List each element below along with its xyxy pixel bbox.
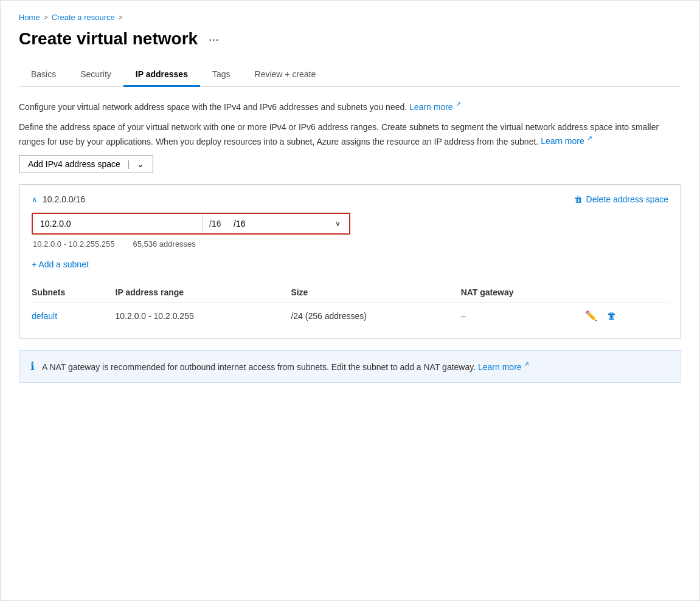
- col-header-subnets: Subnets: [32, 283, 116, 303]
- delete-address-space-button[interactable]: 🗑 Delete address space: [574, 194, 668, 204]
- ip-input-row: /16 /8 /9 /10 /11 /12 /13 /14 /15 /16 /1…: [32, 213, 350, 235]
- breadcrumb-sep1: >: [44, 13, 48, 22]
- breadcrumb-create-resource[interactable]: Create a resource: [52, 13, 115, 22]
- address-space-header: ∧ 10.2.0.0/16 🗑 Delete address space: [32, 194, 668, 204]
- cidr-dropdown-wrapper: /8 /9 /10 /11 /12 /13 /14 /15 /16 /17 /1…: [227, 214, 349, 233]
- learn-more-link-1[interactable]: Learn more ↗: [409, 102, 460, 112]
- external-link-icon-banner: ↗: [524, 360, 529, 368]
- subnet-ip-range-cell: 10.2.0.0 - 10.2.0.255: [116, 303, 291, 329]
- info-banner: ℹ A NAT gateway is recommended for outbo…: [19, 350, 681, 383]
- action-icons: ✏️ 🗑: [584, 309, 661, 323]
- tabs-container: Basics Security IP addresses Tags Review…: [19, 63, 681, 87]
- delete-subnet-button[interactable]: 🗑: [606, 309, 618, 323]
- page-title-row: Create virtual network ···: [19, 29, 681, 49]
- address-range-info: 10.2.0.0 - 10.2.255.255 65,536 addresses: [32, 239, 668, 249]
- learn-more-link-2[interactable]: Learn more ↗: [541, 136, 592, 146]
- info-icon: ℹ: [30, 360, 35, 373]
- tab-ip-addresses[interactable]: IP addresses: [123, 63, 200, 87]
- tab-tags[interactable]: Tags: [200, 63, 243, 87]
- breadcrumb-sep2: >: [119, 13, 123, 22]
- col-header-size: Size: [291, 283, 460, 303]
- collapse-icon[interactable]: ∧: [32, 195, 38, 204]
- learn-more-link-banner[interactable]: Learn more ↗: [478, 362, 529, 372]
- address-space-title-row: ∧ 10.2.0.0/16: [32, 194, 85, 204]
- add-ipv4-button[interactable]: Add IPv4 address space | ⌄: [19, 155, 153, 173]
- subnet-actions-cell: ✏️ 🗑: [584, 303, 668, 329]
- address-range-text: 10.2.0.0 - 10.2.255.255: [33, 239, 114, 249]
- breadcrumb-home[interactable]: Home: [19, 13, 40, 22]
- description-1: Configure your virtual network address s…: [19, 99, 681, 114]
- external-link-icon-2: ↗: [587, 135, 592, 142]
- description-2: Define the address space of your virtual…: [19, 121, 681, 148]
- cidr-prefix: /16: [203, 214, 227, 233]
- info-banner-text: A NAT gateway is recommended for outboun…: [42, 359, 529, 374]
- external-link-icon-1: ↗: [456, 100, 461, 108]
- edit-subnet-button[interactable]: ✏️: [584, 309, 598, 323]
- chevron-down-icon: ⌄: [137, 159, 144, 169]
- page-wrapper: Home > Create a resource > Create virtua…: [0, 0, 700, 601]
- ellipsis-button[interactable]: ···: [205, 31, 223, 47]
- col-header-nat: NAT gateway: [461, 283, 584, 303]
- table-row: default 10.2.0.0 - 10.2.0.255 /24 (256 a…: [32, 303, 668, 329]
- subnet-nat-cell: –: [461, 303, 584, 329]
- add-ipv4-label: Add IPv4 address space: [28, 159, 120, 169]
- subnet-name-link[interactable]: default: [32, 311, 57, 321]
- add-ipv4-divider: |: [128, 159, 130, 169]
- tab-review-create[interactable]: Review + create: [243, 63, 328, 87]
- address-space-cidr-label: 10.2.0.0/16: [43, 194, 85, 204]
- address-space-container: ∧ 10.2.0.0/16 🗑 Delete address space /16…: [19, 184, 681, 339]
- trash-icon: 🗑: [574, 194, 583, 204]
- address-count: 65,536 addresses: [133, 239, 195, 249]
- col-header-ip-range: IP address range: [116, 283, 291, 303]
- subnets-table: Subnets IP address range Size NAT gatewa…: [32, 283, 668, 329]
- tab-security[interactable]: Security: [68, 63, 123, 87]
- cidr-select[interactable]: /8 /9 /10 /11 /12 /13 /14 /15 /16 /17 /1…: [227, 214, 349, 233]
- add-subnet-label: + Add a subnet: [32, 259, 89, 269]
- ip-base-input[interactable]: [33, 214, 203, 233]
- add-subnet-button[interactable]: + Add a subnet: [32, 257, 89, 272]
- page-title: Create virtual network: [19, 29, 198, 49]
- subnet-name-cell: default: [32, 303, 116, 329]
- subnet-size-cell: /24 (256 addresses): [291, 303, 460, 329]
- tab-basics[interactable]: Basics: [19, 63, 68, 87]
- breadcrumb: Home > Create a resource >: [19, 13, 681, 22]
